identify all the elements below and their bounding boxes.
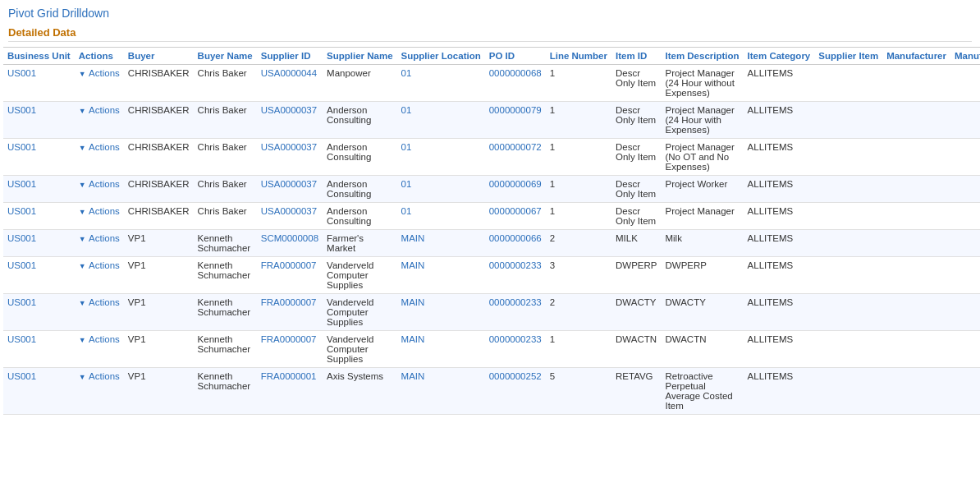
cell-actions[interactable]: ▼ Actions [75,65,124,102]
cell-poid[interactable]: 0000000252 [485,368,546,415]
cell-actions[interactable]: ▼ Actions [75,294,124,331]
cell-actions[interactable]: ▼ Actions [75,368,124,415]
cell-actions[interactable]: ▼ Actions [75,331,124,368]
cell-supplierid[interactable]: USA0000037 [257,203,323,230]
actions-link[interactable]: Actions [89,142,120,152]
cell-bu-link[interactable]: US001 [7,371,36,381]
cell-supplierid[interactable]: SCM0000008 [257,230,323,257]
cell-bu[interactable]: US001 [3,257,75,294]
cell-supplierloc-link[interactable]: MAIN [401,334,425,344]
actions-link[interactable]: Actions [89,206,120,216]
cell-supplierloc-link[interactable]: 01 [401,68,412,78]
cell-poid[interactable]: 0000000069 [485,176,546,203]
cell-bu[interactable]: US001 [3,203,75,230]
cell-actions[interactable]: ▼ Actions [75,102,124,139]
cell-supplierloc-link[interactable]: 01 [401,142,412,152]
cell-bu-link[interactable]: US001 [7,142,36,152]
cell-actions[interactable]: ▼ Actions [75,139,124,176]
cell-poid[interactable]: 0000000072 [485,139,546,176]
cell-bu-link[interactable]: US001 [7,68,36,78]
cell-bu[interactable]: US001 [3,368,75,415]
cell-supplierid-link[interactable]: FRA0000007 [261,260,317,270]
cell-supplierid[interactable]: FRA0000007 [257,257,323,294]
cell-bu-link[interactable]: US001 [7,260,36,270]
actions-link[interactable]: Actions [89,179,120,189]
cell-supplierloc[interactable]: MAIN [397,368,485,415]
cell-bu[interactable]: US001 [3,176,75,203]
actions-link[interactable]: Actions [89,297,120,307]
cell-supplierid-link[interactable]: FRA0000001 [261,371,317,381]
cell-bu-link[interactable]: US001 [7,105,36,115]
cell-actions[interactable]: ▼ Actions [75,230,124,257]
actions-link[interactable]: Actions [89,68,120,78]
cell-supplierid[interactable]: USA0000044 [257,65,323,102]
cell-supplierloc[interactable]: 01 [397,65,485,102]
cell-poid-link[interactable]: 0000000233 [489,334,542,344]
cell-supplierloc[interactable]: MAIN [397,257,485,294]
cell-supplierid-link[interactable]: USA0000044 [261,68,317,78]
cell-supplierid[interactable]: USA0000037 [257,139,323,176]
cell-supplierloc-link[interactable]: 01 [401,179,412,189]
cell-bu-link[interactable]: US001 [7,206,36,216]
cell-poid-link[interactable]: 0000000233 [489,260,542,270]
cell-supplierid[interactable]: FRA0000001 [257,368,323,415]
cell-poid[interactable]: 0000000233 [485,294,546,331]
cell-supplierloc-link[interactable]: 01 [401,105,412,115]
cell-poid-link[interactable]: 0000000079 [489,105,542,115]
cell-supplierloc-link[interactable]: MAIN [401,260,425,270]
cell-bu-link[interactable]: US001 [7,334,36,344]
cell-poid-link[interactable]: 0000000068 [489,68,542,78]
cell-supplierid-link[interactable]: USA0000037 [261,142,317,152]
cell-supplierloc[interactable]: MAIN [397,294,485,331]
cell-bu-link[interactable]: US001 [7,179,36,189]
cell-poid-link[interactable]: 0000000066 [489,233,542,243]
actions-link[interactable]: Actions [89,260,120,270]
cell-supplierloc-link[interactable]: MAIN [401,297,425,307]
cell-supplierid[interactable]: FRA0000007 [257,294,323,331]
cell-poid[interactable]: 0000000079 [485,102,546,139]
cell-supplierloc[interactable]: 01 [397,139,485,176]
cell-poid-link[interactable]: 0000000233 [489,297,542,307]
cell-supplierid[interactable]: USA0000037 [257,176,323,203]
cell-poid[interactable]: 0000000068 [485,65,546,102]
cell-poid-link[interactable]: 0000000072 [489,142,542,152]
cell-bu[interactable]: US001 [3,102,75,139]
cell-bu[interactable]: US001 [3,331,75,368]
cell-bu-link[interactable]: US001 [7,233,36,243]
actions-link[interactable]: Actions [89,233,120,243]
cell-poid[interactable]: 0000000066 [485,230,546,257]
cell-supplierid-link[interactable]: FRA0000007 [261,334,317,344]
cell-supplierloc[interactable]: MAIN [397,331,485,368]
cell-poid-link[interactable]: 0000000067 [489,206,542,216]
cell-supplierloc-link[interactable]: MAIN [401,233,425,243]
cell-supplierid-link[interactable]: USA0000037 [261,206,317,216]
cell-supplierloc[interactable]: 01 [397,203,485,230]
cell-supplierid-link[interactable]: USA0000037 [261,179,317,189]
cell-bu[interactable]: US001 [3,230,75,257]
cell-supplierloc[interactable]: 01 [397,102,485,139]
cell-actions[interactable]: ▼ Actions [75,176,124,203]
cell-bu[interactable]: US001 [3,139,75,176]
cell-poid-link[interactable]: 0000000069 [489,179,542,189]
actions-link[interactable]: Actions [89,371,120,381]
cell-supplierid[interactable]: USA0000037 [257,102,323,139]
cell-poid-link[interactable]: 0000000252 [489,371,542,381]
actions-link[interactable]: Actions [89,105,120,115]
cell-supplierid-link[interactable]: SCM0000008 [261,233,318,243]
cell-actions[interactable]: ▼ Actions [75,203,124,230]
cell-supplierid-link[interactable]: FRA0000007 [261,297,317,307]
cell-supplierid-link[interactable]: USA0000037 [261,105,317,115]
cell-bu-link[interactable]: US001 [7,297,36,307]
cell-poid[interactable]: 0000000233 [485,257,546,294]
cell-actions[interactable]: ▼ Actions [75,257,124,294]
cell-poid[interactable]: 0000000233 [485,331,546,368]
cell-bu[interactable]: US001 [3,65,75,102]
cell-supplierloc[interactable]: 01 [397,176,485,203]
actions-link[interactable]: Actions [89,334,120,344]
cell-supplierloc[interactable]: MAIN [397,230,485,257]
cell-supplierid[interactable]: FRA0000007 [257,331,323,368]
cell-supplierloc-link[interactable]: MAIN [401,371,425,381]
cell-poid[interactable]: 0000000067 [485,203,546,230]
cell-supplierloc-link[interactable]: 01 [401,206,412,216]
cell-bu[interactable]: US001 [3,294,75,331]
